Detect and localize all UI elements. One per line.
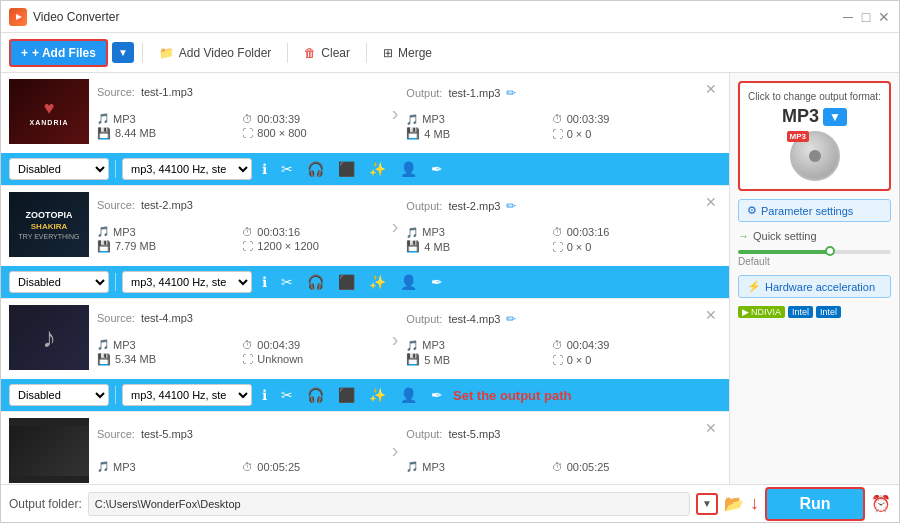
maximize-button[interactable]: □ bbox=[859, 10, 873, 24]
out-res-icon-1: ⛶ bbox=[552, 128, 563, 140]
path-dropdown-button[interactable]: ▼ bbox=[696, 493, 718, 515]
crop-btn-2[interactable]: ⬛ bbox=[334, 272, 359, 292]
format-icon-1: 🎵 bbox=[97, 113, 109, 124]
thumb-label-1: XANDRIA bbox=[30, 119, 69, 126]
file-row-2: ZOOTOPIA SHAKIRA TRY EVERYTHING Source: … bbox=[1, 186, 729, 266]
format-box[interactable]: Click to change output format: MP3 ▼ MP3 bbox=[738, 81, 891, 191]
subtitle-btn-2[interactable]: 👤 bbox=[396, 272, 421, 292]
output-row-3: Output: test-4.mp3 ✏ bbox=[406, 312, 693, 326]
src-size-3: 💾 5.34 MB bbox=[97, 353, 238, 366]
file-list: ♥ XANDRIA Source: test-1.mp3 🎵 MP3 bbox=[1, 73, 729, 484]
output-row-4: Output: test-5.mp3 bbox=[406, 428, 693, 440]
format-dropdown-button[interactable]: ▼ bbox=[823, 108, 847, 126]
add-files-dropdown-button[interactable]: ▼ bbox=[112, 42, 134, 63]
file-info-3: 🎵 MP3 ⏱ 00:04:39 💾 5.34 MB bbox=[97, 339, 384, 366]
toolbar-separator-2 bbox=[287, 43, 288, 63]
audio-btn-1[interactable]: 🎧 bbox=[303, 159, 328, 179]
arrow-annotation-container: ↓ bbox=[750, 493, 759, 514]
intel-label-2: Intel bbox=[820, 307, 837, 317]
out-clock-icon-4: ⏱ bbox=[552, 461, 563, 473]
file-details-4: Source: test-5.mp3 🎵 MP3 ⏱ 00:05:25 bbox=[97, 418, 384, 483]
watermark-btn-2[interactable]: ✒ bbox=[427, 272, 447, 292]
add-files-button[interactable]: + + Add Files bbox=[9, 39, 108, 67]
output-label-2: Output: bbox=[406, 200, 442, 212]
crop-btn-3[interactable]: ⬛ bbox=[334, 385, 359, 405]
right-panel: Click to change output format: MP3 ▼ MP3… bbox=[729, 73, 899, 484]
disabled-select-1[interactable]: Disabled bbox=[9, 158, 109, 180]
out-format-icon-2: 🎵 bbox=[406, 227, 418, 238]
source-label-2: Source: bbox=[97, 199, 135, 211]
disabled-select-2[interactable]: Disabled bbox=[9, 271, 109, 293]
source-name-3: test-4.mp3 bbox=[141, 312, 193, 324]
mp3-label: MP3 bbox=[787, 131, 809, 142]
file-details-3: Source: test-4.mp3 🎵 MP3 ⏱ 00:04:39 bbox=[97, 305, 384, 373]
cut-btn-1[interactable]: ✂ bbox=[277, 159, 297, 179]
ctrl-sep-1 bbox=[115, 160, 116, 178]
minimize-button[interactable]: ─ bbox=[841, 10, 855, 24]
hardware-acceleration-button[interactable]: ⚡ Hardware acceleration bbox=[738, 275, 891, 298]
out-size-icon-3: 💾 bbox=[406, 353, 420, 366]
parameter-settings-button[interactable]: ⚙ Parameter settings bbox=[738, 199, 891, 222]
effect-btn-2[interactable]: ✨ bbox=[365, 272, 390, 292]
output-row-1: Output: test-1.mp3 ✏ bbox=[406, 86, 693, 100]
output-info-2: 🎵 MP3 ⏱ 00:03:16 💾 4 MB bbox=[406, 226, 693, 253]
edit-icon-1[interactable]: ✏ bbox=[506, 86, 516, 100]
cut-btn-3[interactable]: ✂ bbox=[277, 385, 297, 405]
out-duration-3: ⏱ 00:04:39 bbox=[552, 339, 693, 351]
close-file-4[interactable]: ✕ bbox=[701, 418, 721, 438]
watermark-btn-3[interactable]: ✒ bbox=[427, 385, 447, 405]
output-label-3: Output: bbox=[406, 313, 442, 325]
audio-select-1[interactable]: mp3, 44100 Hz, ste bbox=[122, 158, 252, 180]
info-btn-2[interactable]: ℹ bbox=[258, 272, 271, 292]
out-format-icon-1: 🎵 bbox=[406, 114, 418, 125]
output-path-input[interactable] bbox=[88, 492, 690, 516]
quality-slider-thumb[interactable] bbox=[825, 246, 835, 256]
window-controls: ─ □ ✕ bbox=[841, 10, 891, 24]
out-format-icon-4: 🎵 bbox=[406, 461, 418, 472]
audio-select-3[interactable]: mp3, 44100 Hz, ste bbox=[122, 384, 252, 406]
clear-button[interactable]: 🗑 Clear bbox=[296, 42, 358, 64]
info-btn-3[interactable]: ℹ bbox=[258, 385, 271, 405]
effect-btn-1[interactable]: ✨ bbox=[365, 159, 390, 179]
format-icon-4: 🎵 bbox=[97, 461, 109, 472]
edit-icon-2[interactable]: ✏ bbox=[506, 199, 516, 213]
alarm-button[interactable]: ⏰ bbox=[871, 494, 891, 513]
open-folder-button[interactable]: 📂 bbox=[724, 494, 744, 513]
source-row-1: Source: test-1.mp3 bbox=[97, 86, 384, 98]
audio-btn-3[interactable]: 🎧 bbox=[303, 385, 328, 405]
merge-button[interactable]: ⊞ Merge bbox=[375, 42, 440, 64]
toolbar-separator-1 bbox=[142, 43, 143, 63]
thumbnail-1: ♥ XANDRIA bbox=[9, 79, 89, 144]
add-video-folder-button[interactable]: 📁 Add Video Folder bbox=[151, 42, 280, 64]
out-size-1: 💾 4 MB bbox=[406, 127, 547, 140]
file-row-3: ♪ Source: test-4.mp3 🎵 MP3 bbox=[1, 299, 729, 379]
subtitle-btn-3[interactable]: 👤 bbox=[396, 385, 421, 405]
run-button[interactable]: Run bbox=[765, 487, 865, 521]
close-file-3[interactable]: ✕ bbox=[701, 305, 721, 325]
cut-btn-2[interactable]: ✂ bbox=[277, 272, 297, 292]
info-btn-1[interactable]: ℹ bbox=[258, 159, 271, 179]
arrow-divider-3: › bbox=[392, 305, 399, 373]
out-res-icon-3: ⛶ bbox=[552, 354, 563, 366]
file-details-2: Source: test-2.mp3 🎵 MP3 ⏱ 00:03:16 bbox=[97, 192, 384, 260]
crop-btn-1[interactable]: ⬛ bbox=[334, 159, 359, 179]
output-details-4: Output: test-5.mp3 🎵 MP3 ⏱ 00:05:25 bbox=[406, 418, 693, 483]
edit-icon-3[interactable]: ✏ bbox=[506, 312, 516, 326]
audio-select-2[interactable]: mp3, 44100 Hz, ste bbox=[122, 271, 252, 293]
effect-btn-3[interactable]: ✨ bbox=[365, 385, 390, 405]
output-details-3: Output: test-4.mp3 ✏ 🎵 MP3 ⏱ 00:04:3 bbox=[406, 305, 693, 373]
watermark-btn-1[interactable]: ✒ bbox=[427, 159, 447, 179]
close-file-1[interactable]: ✕ bbox=[701, 79, 721, 99]
close-file-2[interactable]: ✕ bbox=[701, 192, 721, 212]
add-folder-label: Add Video Folder bbox=[179, 46, 272, 60]
disabled-select-3[interactable]: Disabled bbox=[9, 384, 109, 406]
output-name-3: test-4.mp3 bbox=[448, 313, 500, 325]
src-size-val-1: 8.44 MB bbox=[115, 127, 156, 139]
subtitle-btn-1[interactable]: 👤 bbox=[396, 159, 421, 179]
close-button[interactable]: ✕ bbox=[877, 10, 891, 24]
gpu-badges: ▶ NDIVIA Intel Intel bbox=[738, 306, 891, 318]
out-size-3: 💾 5 MB bbox=[406, 353, 547, 366]
audio-btn-2[interactable]: 🎧 bbox=[303, 272, 328, 292]
src-res-3: ⛶ Unknown bbox=[242, 353, 383, 366]
main-content: ♥ XANDRIA Source: test-1.mp3 🎵 MP3 bbox=[1, 73, 899, 484]
